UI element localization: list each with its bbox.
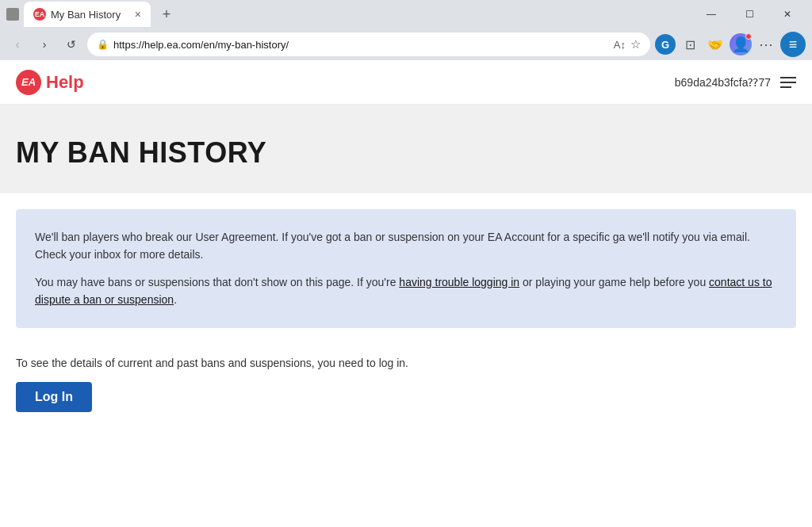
tab-favicon: EA	[33, 8, 46, 21]
star-icon[interactable]: ☆	[630, 37, 641, 52]
gemini-button[interactable]: G	[655, 34, 676, 55]
tab-close-button[interactable]: ×	[135, 9, 141, 20]
notification-dot	[745, 33, 752, 40]
new-tab-button[interactable]: +	[155, 3, 178, 25]
extensions-button[interactable]: ⊡	[679, 33, 701, 55]
hamburger-menu[interactable]	[780, 77, 796, 88]
info-paragraph-2: You may have bans or suspensions that do…	[35, 273, 777, 309]
translate-icon: A↕	[614, 39, 626, 51]
title-bar: EA My Ban History × + — ☐ ✕	[0, 0, 812, 29]
site-header: EA Help b69da24b3fcfa⁇77	[0, 60, 812, 105]
ea-logo-link[interactable]: EA Help	[16, 70, 84, 95]
window-icon	[6, 8, 19, 21]
back-button[interactable]: ‹	[6, 33, 29, 55]
close-button[interactable]: ✕	[769, 2, 806, 27]
tab-title: My Ban History	[51, 9, 121, 21]
browser-tab[interactable]: EA My Ban History ×	[24, 2, 151, 27]
copilot-button[interactable]: 🤝	[704, 33, 726, 55]
page-content: EA Help b69da24b3fcfa⁇77 MY BAN HISTORY …	[0, 60, 812, 527]
address-bar-actions: G ⊡ 🤝 👤 ⋯ ≡	[655, 32, 806, 57]
maximize-button[interactable]: ☐	[731, 2, 768, 27]
svg-rect-0	[9, 10, 17, 18]
minimize-button[interactable]: —	[693, 2, 730, 27]
sidebar-button[interactable]: ≡	[780, 32, 806, 57]
info-box: We'll ban players who break our User Agr…	[16, 209, 796, 328]
window-controls: — ☐ ✕	[693, 2, 806, 27]
log-in-button[interactable]: Log In	[16, 382, 92, 412]
refresh-button[interactable]: ↺	[60, 33, 82, 55]
trouble-logging-in-link[interactable]: having trouble logging in	[399, 276, 519, 288]
header-right: b69da24b3fcfa⁇77	[675, 76, 796, 89]
page-title: MY BAN HISTORY	[16, 136, 796, 170]
login-section: To see the details of current and past b…	[0, 344, 812, 425]
title-bar-left: EA My Ban History × +	[6, 2, 178, 27]
forward-button[interactable]: ›	[33, 33, 56, 55]
info-paragraph-1: We'll ban players who break our User Agr…	[35, 228, 777, 264]
username-display: b69da24b3fcfa⁇77	[675, 76, 771, 89]
address-bar: ‹ › ↺ 🔒 https://help.ea.com/en/my-ban-hi…	[0, 29, 812, 60]
login-prompt-text: To see the details of current and past b…	[16, 357, 796, 369]
url-text: https://help.ea.com/en/my-ban-history/	[113, 39, 609, 51]
help-logo-text: Help	[46, 72, 84, 93]
ea-logo-icon: EA	[16, 70, 41, 95]
profile-avatar[interactable]: 👤	[730, 33, 752, 55]
lock-icon: 🔒	[97, 39, 109, 50]
more-button[interactable]: ⋯	[755, 33, 777, 55]
url-bar[interactable]: 🔒 https://help.ea.com/en/my-ban-history/…	[87, 32, 650, 56]
hero-banner: MY BAN HISTORY	[0, 105, 812, 193]
